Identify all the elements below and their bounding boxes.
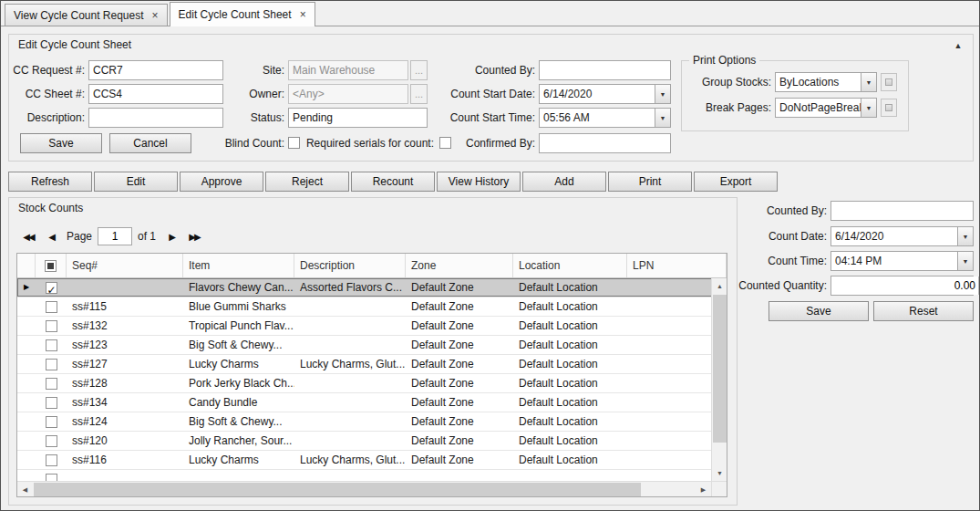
row-selector-cell[interactable] xyxy=(17,393,36,412)
collapse-panel-button[interactable]: ▲ xyxy=(951,38,965,53)
row-checkbox[interactable] xyxy=(46,416,57,428)
count-counted-by-label: Counted By: xyxy=(703,201,827,221)
table-row[interactable]: ss#124Big Soft & Chewy...Default ZoneDef… xyxy=(17,412,727,432)
owner-label: Owner: xyxy=(182,84,284,104)
counted-quantity-input[interactable] xyxy=(831,276,978,295)
chevron-down-icon[interactable]: ▼ xyxy=(861,99,876,117)
row-checkbox[interactable] xyxy=(46,320,57,332)
tab-view-cycle-count-request[interactable]: View Cycle Count Request × xyxy=(5,4,168,26)
row-checkbox-cell xyxy=(36,451,67,469)
count-counted-by-input[interactable] xyxy=(830,201,974,221)
column-header-description[interactable]: Description xyxy=(294,254,406,277)
last-page-button[interactable]: ▶▶ xyxy=(184,226,204,246)
scroll-right-icon[interactable]: ▶ xyxy=(696,482,711,497)
row-checkbox[interactable] xyxy=(46,435,57,447)
table-row[interactable]: ss#115Blue Gummi SharksDefault ZoneDefau… xyxy=(17,297,727,317)
close-icon[interactable]: × xyxy=(300,9,306,20)
table-row[interactable]: ss#134Candy BundleDefault ZoneDefault Lo… xyxy=(17,393,727,412)
toolbar-button-export[interactable]: Export xyxy=(694,172,778,192)
confirmed-by-input[interactable] xyxy=(539,133,671,153)
table-row[interactable]: ss#116Lucky CharmsLucky Charms, Glut...D… xyxy=(17,451,727,470)
table-row[interactable]: ss#127Lucky CharmsLucky Charms, Glut...D… xyxy=(17,355,727,374)
row-selector-cell[interactable] xyxy=(17,297,36,316)
row-selector-cell[interactable] xyxy=(17,317,36,335)
group-stocks-select[interactable]: ByLocations ▼ xyxy=(775,72,877,92)
table-row[interactable]: ▶Flavors Chewy Can...Assorted Flavors C.… xyxy=(17,278,727,297)
cell-description: Lucky Charms, Glut... xyxy=(294,451,406,469)
toolbar-button-view-history[interactable]: View History xyxy=(437,172,521,192)
scroll-left-icon[interactable]: ◀ xyxy=(17,482,33,497)
row-selector-cell[interactable] xyxy=(17,412,36,431)
count-time-select[interactable]: 04:14 PM ▼ xyxy=(830,251,974,271)
select-all-checkbox[interactable] xyxy=(45,260,57,272)
break-pages-options-button[interactable] xyxy=(881,99,897,117)
toolbar-button-edit[interactable]: Edit xyxy=(94,172,178,192)
panel-title: Edit Cycle Count Sheet xyxy=(18,38,131,51)
lookup-icon xyxy=(885,104,892,111)
current-row-arrow-icon: ▶ xyxy=(24,278,29,297)
column-header-item[interactable]: Item xyxy=(183,254,294,277)
toolbar-button-recount[interactable]: Recount xyxy=(351,172,435,192)
chevron-down-icon[interactable]: ▼ xyxy=(655,109,670,127)
count-date-select[interactable]: 6/14/2020 ▼ xyxy=(830,226,974,246)
row-checkbox[interactable] xyxy=(46,397,57,409)
cell-zone: Default Zone xyxy=(406,355,513,373)
table-row[interactable]: ss#132Tropical Punch Flav...Default Zone… xyxy=(17,317,727,336)
row-checkbox[interactable] xyxy=(46,282,57,294)
page-number-input[interactable] xyxy=(98,227,132,245)
cell-item: Candy Bundle xyxy=(183,393,294,412)
count-start-time-select[interactable]: 05:56 AM ▼ xyxy=(539,108,671,128)
count-start-date-select[interactable]: 6/14/2020 ▼ xyxy=(539,84,671,104)
toolbar-button-refresh[interactable]: Refresh xyxy=(8,172,92,192)
count-date-value: 6/14/2020 xyxy=(831,227,957,245)
row-checkbox[interactable] xyxy=(46,339,57,351)
toolbar-button-approve[interactable]: Approve xyxy=(180,172,263,192)
scroll-down-icon[interactable]: ▼ xyxy=(712,465,727,481)
tab-edit-cycle-count-sheet[interactable]: Edit Cycle Count Sheet × xyxy=(170,2,315,26)
toolbar-button-print[interactable]: Print xyxy=(608,172,692,192)
row-checkbox[interactable] xyxy=(46,454,57,466)
row-selector-cell[interactable] xyxy=(17,451,36,469)
horizontal-scrollbar[interactable]: ◀ ▶ xyxy=(17,481,711,496)
vertical-scrollbar-thumb[interactable] xyxy=(713,295,727,443)
counted-quantity-stepper[interactable]: ▲ ▼ xyxy=(830,276,974,296)
chevron-down-icon[interactable]: ▼ xyxy=(957,227,973,245)
chevron-down-icon[interactable]: ▼ xyxy=(861,73,876,91)
cancel-button[interactable]: Cancel xyxy=(109,133,191,153)
row-selector-cell[interactable] xyxy=(17,336,36,354)
toolbar-button-reject[interactable]: Reject xyxy=(265,172,349,192)
count-save-button[interactable]: Save xyxy=(769,301,869,321)
row-selector-cell[interactable] xyxy=(17,355,36,373)
previous-page-button[interactable]: ◀ xyxy=(41,226,61,246)
chevron-down-icon[interactable]: ▼ xyxy=(957,252,973,270)
toolbar-button-add[interactable]: Add xyxy=(522,172,606,192)
chevron-down-icon[interactable]: ▼ xyxy=(655,85,670,103)
row-checkbox[interactable] xyxy=(46,359,57,370)
cell-location: Default Location xyxy=(513,355,627,373)
row-checkbox-cell xyxy=(36,355,67,373)
row-checkbox[interactable] xyxy=(46,301,57,313)
counted-by-label: Counted By: xyxy=(407,60,535,80)
table-row[interactable]: ss#123Big Soft & Chewy...Default ZoneDef… xyxy=(17,336,727,355)
table-row[interactable]: ss#128Pork Jerky Black Ch...Default Zone… xyxy=(17,374,727,393)
column-header-location[interactable]: Location xyxy=(513,254,627,277)
horizontal-scrollbar-thumb[interactable] xyxy=(34,483,641,496)
counted-by-input[interactable] xyxy=(539,60,671,80)
group-stocks-options-button[interactable] xyxy=(881,73,897,91)
first-page-button[interactable]: ◀◀ xyxy=(18,226,38,246)
cell-location: Default Location xyxy=(513,412,627,431)
row-selector-cell[interactable] xyxy=(17,432,36,450)
column-header-zone[interactable]: Zone xyxy=(406,254,513,277)
save-button[interactable]: Save xyxy=(20,133,102,153)
close-icon[interactable]: × xyxy=(152,10,159,21)
table-row[interactable]: ss#120Jolly Rancher, Sour...Default Zone… xyxy=(17,432,727,451)
vertical-scrollbar[interactable]: ▲ ▼ xyxy=(711,278,727,481)
break-pages-select[interactable]: DoNotPageBreak ▼ xyxy=(775,98,877,118)
count-reset-button[interactable]: Reset xyxy=(873,301,974,321)
next-page-button[interactable]: ▶ xyxy=(161,226,181,246)
column-header-seq[interactable]: Seq# xyxy=(67,254,183,277)
row-selector-cell[interactable] xyxy=(17,374,36,392)
row-checkbox[interactable] xyxy=(46,378,57,390)
row-selector-cell[interactable]: ▶ xyxy=(17,278,36,297)
blind-count-checkbox[interactable] xyxy=(288,137,300,149)
